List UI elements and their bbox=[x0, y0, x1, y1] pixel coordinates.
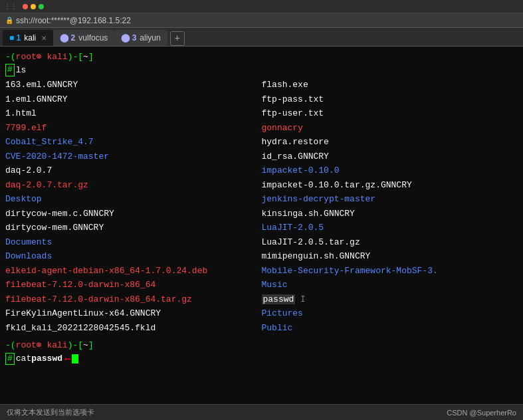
prompt-bracket-2: )-[ bbox=[68, 339, 83, 352]
list-item: gonnacry bbox=[262, 121, 518, 136]
prompt-box-1: # bbox=[5, 64, 15, 76]
tab-kali-label: kali bbox=[24, 33, 36, 43]
prompt-bracket-close-1: ] bbox=[88, 51, 94, 64]
list-item: FireKylinAgentLinux-x64.GNNCRY bbox=[5, 306, 262, 321]
list-item: LuaJIT-2.0.5 bbox=[262, 221, 518, 235]
address-bar[interactable]: 🔒 ssh://root:******@192.168.1.5:22 bbox=[0, 13, 523, 28]
list-item: Downloads bbox=[5, 249, 262, 264]
tab-kali-num: ■ 1 bbox=[9, 33, 21, 43]
cmd-2: cat bbox=[16, 352, 31, 366]
list-item: passwd I bbox=[262, 292, 518, 307]
list-item: Mobile-Security-Framework-MobSF-3. bbox=[262, 264, 518, 278]
file-listing: 163.eml.GNNCRY 1.eml.GNNCRY 1.html 7799.… bbox=[5, 78, 518, 335]
browser-toolbar: ⋮⋮ bbox=[0, 0, 523, 13]
cmd-line-2: # cat passwd ⟵ bbox=[5, 352, 518, 366]
list-item: Music bbox=[262, 278, 518, 292]
file-col-left: 163.eml.GNNCRY 1.eml.GNNCRY 1.html 7799.… bbox=[5, 78, 262, 335]
tab-vulfocus[interactable]: ⬤ 2 vulfocus bbox=[53, 30, 114, 46]
list-item: filebeat-7.12.0-darwin-x86_64.tar.gz bbox=[5, 292, 262, 307]
address-text: ssh://root:******@192.168.1.5:22 bbox=[16, 16, 131, 25]
bottom-right-text: CSDN @SuperherRo bbox=[447, 409, 516, 417]
maximize-dot[interactable] bbox=[39, 4, 44, 9]
list-item: Cobalt_Strike_4.7 bbox=[5, 135, 262, 150]
list-item: fkld_kali_20221228042545.fkld bbox=[5, 321, 262, 336]
new-tab-button[interactable]: + bbox=[170, 31, 185, 46]
bottom-left-text: 仅将文本发送到当前选项卡 bbox=[7, 407, 94, 417]
arrow-icon: ⟵ bbox=[65, 352, 70, 366]
terminal-area[interactable]: -(root⊛ kali)-[~] # ls 163.eml.GNNCRY 1.… bbox=[0, 47, 523, 404]
list-item: kinsinga.sh.GNNCRY bbox=[262, 207, 518, 221]
tab-aliyun[interactable]: ⬤ 3 aliyun bbox=[114, 30, 167, 46]
list-item: mimipenguin.sh.GNNCRY bbox=[262, 249, 518, 264]
window-controls bbox=[23, 4, 44, 9]
list-item: Pictures bbox=[262, 306, 518, 321]
prompt-line-2: -(root⊛ kali)-[~] bbox=[5, 339, 518, 352]
tab-kali-close[interactable]: ✕ bbox=[41, 35, 47, 42]
list-item: elkeid-agent-debian-x86_64-1.7.0.24.deb bbox=[5, 264, 262, 278]
list-item: impacket-0.10.0 bbox=[262, 163, 518, 178]
tab-vulfocus-label: vulfocus bbox=[78, 33, 108, 43]
prompt-dash-2: -( bbox=[5, 339, 16, 352]
list-item: 163.eml.GNNCRY bbox=[5, 78, 262, 92]
prompt-user-2: root⊛ kali bbox=[16, 339, 68, 352]
list-item: jenkins-decrypt-master bbox=[262, 192, 518, 207]
list-item: CVE-2020-1472-master bbox=[5, 150, 262, 164]
list-item: filebeat-7.12.0-darwin-x86_64 bbox=[5, 278, 262, 292]
prompt-bracket-1: )-[ bbox=[68, 51, 83, 64]
list-item: daq-2.0.7 bbox=[5, 163, 262, 178]
cmd-arg: passwd bbox=[31, 352, 62, 366]
tab-aliyun-num: ⬤ 3 bbox=[121, 33, 136, 43]
bottom-bar: 仅将文本发送到当前选项卡 CSDN @SuperherRo bbox=[0, 404, 523, 420]
prompt-user-1: root⊛ kali bbox=[16, 51, 68, 64]
file-col-right: flash.exe ftp-pass.txt ftp-user.txt gonn… bbox=[262, 78, 518, 335]
list-item: LuaJIT-2.0.5.tar.gz bbox=[262, 235, 518, 250]
list-item: 1.html bbox=[5, 106, 262, 121]
list-item: daq-2.0.7.tar.gz bbox=[5, 178, 262, 193]
list-item: Public bbox=[262, 321, 518, 336]
list-item: ftp-pass.txt bbox=[262, 92, 518, 107]
list-item: impacket-0.10.0.tar.gz.GNNCRY bbox=[262, 178, 518, 193]
tabs-bar: ■ 1 kali ✕ ⬤ 2 vulfocus ⬤ 3 aliyun + bbox=[0, 28, 523, 47]
prompt-bracket-close-2: ] bbox=[88, 339, 94, 352]
lock-icon: 🔒 bbox=[5, 17, 13, 25]
cmd-line-1: # ls bbox=[5, 64, 518, 77]
list-item: id_rsa.GNNCRY bbox=[262, 150, 518, 164]
list-item: Documents bbox=[5, 235, 262, 250]
list-item: ftp-user.txt bbox=[262, 106, 518, 121]
tab-vulfocus-num: ⬤ 2 bbox=[60, 33, 75, 43]
list-item: 7799.elf bbox=[5, 121, 262, 136]
prompt-dash-1: -( bbox=[5, 51, 16, 64]
list-item: Desktop bbox=[5, 192, 262, 207]
list-item: dirtycow-mem.c.GNNCRY bbox=[5, 207, 262, 221]
prompt-line-1: -(root⊛ kali)-[~] bbox=[5, 51, 518, 64]
list-item: dirtycow-mem.GNNCRY bbox=[5, 221, 262, 235]
prompt-box-2: # bbox=[5, 353, 15, 366]
prompt-path-2: ~ bbox=[83, 339, 88, 352]
list-item: 1.eml.GNNCRY bbox=[5, 92, 262, 107]
terminal-cursor bbox=[72, 354, 78, 364]
list-item: flash.exe bbox=[262, 78, 518, 92]
list-item: hydra.restore bbox=[262, 135, 518, 150]
tab-kali[interactable]: ■ 1 kali ✕ bbox=[3, 30, 53, 46]
prompt-path-1: ~ bbox=[83, 51, 88, 64]
cmd-1: ls bbox=[16, 64, 27, 77]
minimize-dot[interactable] bbox=[31, 4, 36, 9]
expand-icon: ⋮⋮ bbox=[4, 3, 17, 11]
close-dot[interactable] bbox=[23, 4, 28, 9]
tab-aliyun-label: aliyun bbox=[140, 33, 160, 43]
